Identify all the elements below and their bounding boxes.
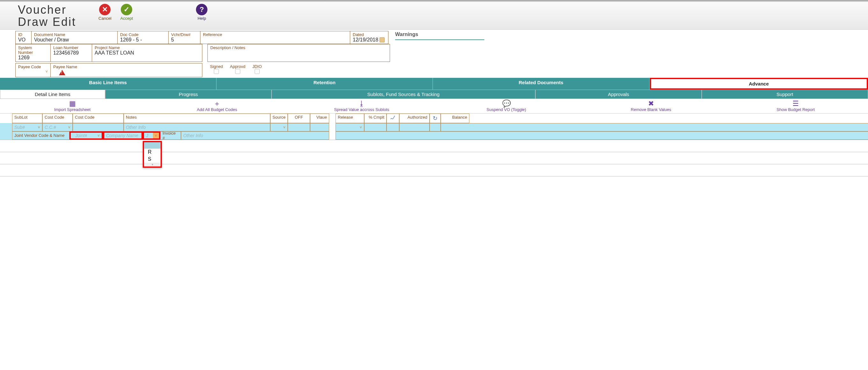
cancel-icon: ✕ [99,4,111,15]
form-area: IDVO Document NameVoucher / Draw Doc Cod… [0,30,868,77]
id-label: ID [18,32,29,37]
help-button[interactable]: ? Help [196,4,208,21]
joint-vendor-row: Joint Vendor Code & Name Joint#ⅴ Company… [0,132,868,140]
tab-advance[interactable]: Advance [650,78,868,90]
desc-label: Description / Notes [210,45,387,50]
balance-header: Balance [441,114,469,123]
company-input[interactable]: Company Name [103,132,143,140]
accept-button[interactable]: ✓ Accept [120,4,133,21]
warning-icon [59,70,65,75]
bubble-icon: 💬 [435,100,578,107]
show-budget-report-button[interactable]: ☰ Show Budget Report [723,99,868,113]
subtab-detail-line-items[interactable]: Detail Line Items [0,90,105,99]
warnings-label: Warnings [395,31,484,40]
doc-name-field[interactable]: Voucher / Draw [34,37,69,42]
subtab-approvals[interactable]: Approvals [535,90,702,99]
spread-value-button[interactable]: ⭳ Spread Value accross Sublots [289,99,434,113]
sig-cell[interactable] [386,123,399,132]
signed-checkbox[interactable] [214,69,219,74]
accept-icon: ✓ [121,4,132,15]
projname-label: Project Name [95,45,199,50]
authorized-cell[interactable] [399,123,430,132]
actions-toolbar: ▦ Import Spreadsheet ＋ Add All Budget Co… [0,99,868,114]
subtab-sublots[interactable]: Sublots, Fund Sources & Tracking [272,90,535,99]
tab-basic-line-items[interactable]: Basic Line Items [0,78,217,90]
warnings-panel: Warnings [395,30,484,40]
tab-retention[interactable]: Retention [217,78,433,90]
off-header: OFF [288,114,310,123]
doc-name-label: Document Name [34,32,115,37]
loannum-label: Loan Number [53,45,89,50]
sysnum-field[interactable]: 1269 [18,55,30,60]
page-title: Voucher Draw Edit [18,4,76,28]
refresh-cell[interactable] [430,123,441,132]
header-actions: ✕ Cancel ✓ Accept ? Help [98,4,208,21]
chevron-down-icon: ⅴ [155,133,157,138]
invoice-label: Invoice # [160,132,181,140]
download-icon: ⭳ [290,100,433,107]
suspend-vo-button[interactable]: 💬 Suspend VO (Toggle) [434,99,579,113]
list-icon: ☰ [724,100,867,107]
header-bar: Voucher Draw Edit ✕ Cancel ✓ Accept ? He… [0,2,868,30]
costcode1-header: Cost Code [42,114,73,123]
tab-related-documents[interactable]: Related Documents [433,78,650,90]
value-cell[interactable] [310,123,329,132]
sub-tabs: Detail Line Items Progress Sublots, Fund… [0,90,868,99]
subtab-support[interactable]: Support [702,90,868,99]
x-icon: ✖ [580,100,722,107]
dropdown-option-r[interactable]: R [144,149,161,155]
j-dropdown[interactable]: Jⅴ [143,132,160,140]
invoice-input[interactable]: Other Info [181,132,329,140]
chevron-down-icon: ⅴ [68,125,70,129]
sublot-header: SubLot [12,114,42,123]
approvd-label: Approvd [230,64,245,69]
add-all-budget-codes-button[interactable]: ＋ Add All Budget Codes [145,99,289,113]
notes-input[interactable]: Other Info [124,123,270,132]
dropdown-option-s[interactable]: S [144,155,161,163]
chevron-down-icon: ⅴ [38,125,40,129]
plus-icon: ＋ [146,100,288,107]
balance-cell[interactable] [441,123,868,132]
cmplt-cell[interactable] [364,123,386,132]
refresh-icon[interactable]: ↻ [430,114,441,123]
remove-blank-values-button[interactable]: ✖ Remove Blank Values [579,99,723,113]
costcode1-input[interactable]: C.C.#ⅴ [42,123,73,132]
signed-label: Signed [210,64,223,69]
dated-field[interactable]: 12/19/2018 [353,37,378,42]
costcode2-header: Cost Code [73,114,124,123]
jv-spacer [336,132,868,140]
subtab-progress[interactable]: Progress [105,90,272,99]
doc-code-field[interactable]: 1269 - 5 - [120,37,142,42]
dropdown-blank-option[interactable] [144,142,161,149]
projname-field[interactable]: AAA TEST LOAN [95,50,134,56]
source-input[interactable]: ⅴ [270,123,288,132]
calendar-icon[interactable] [379,37,384,42]
import-spreadsheet-button[interactable]: ▦ Import Spreadsheet [0,99,145,113]
sublot-input[interactable]: Sub#ⅴ [12,123,42,132]
joint-input[interactable]: Joint#ⅴ [69,132,103,140]
main-tabs: Basic Line Items Retention Related Docum… [0,78,868,90]
empty-rows [0,140,868,188]
payeename-label: Payee Name [53,64,199,69]
costcode2-input[interactable] [73,123,124,132]
jdio-checkbox[interactable] [255,69,260,74]
chevron-down-icon[interactable]: ⅴ [45,69,48,74]
j-dropdown-menu[interactable]: R S ▾ [143,141,162,168]
dropdown-scroll-down-icon[interactable]: ▾ [144,163,161,167]
dated-label: Dated [353,32,385,37]
authorized-header: Authorized [399,114,430,123]
value-header: Vlaue [310,114,329,123]
approvd-checkbox[interactable] [235,69,240,74]
cancel-button[interactable]: ✕ Cancel [98,4,111,21]
signature-icon [386,114,399,123]
vchrdrw-field[interactable]: 5 [171,37,174,42]
off-cell[interactable] [288,123,310,132]
release-input[interactable]: ⅴ [336,123,364,132]
vchrdrw-label: Vchr/Drw# [171,32,197,37]
form-row-3: Payee Codeⅴ Payee Name Signed Approvd JD… [15,63,271,77]
loannum-field[interactable]: 123456789 [53,50,79,56]
jv-label: Joint Vendor Code & Name [12,132,69,140]
id-field[interactable]: VO [18,37,26,42]
grid-filter-row: Sub#ⅴ C.C.#ⅴ Other Info ⅴ ⅴ [0,123,868,132]
reference-label: Reference [203,32,347,37]
